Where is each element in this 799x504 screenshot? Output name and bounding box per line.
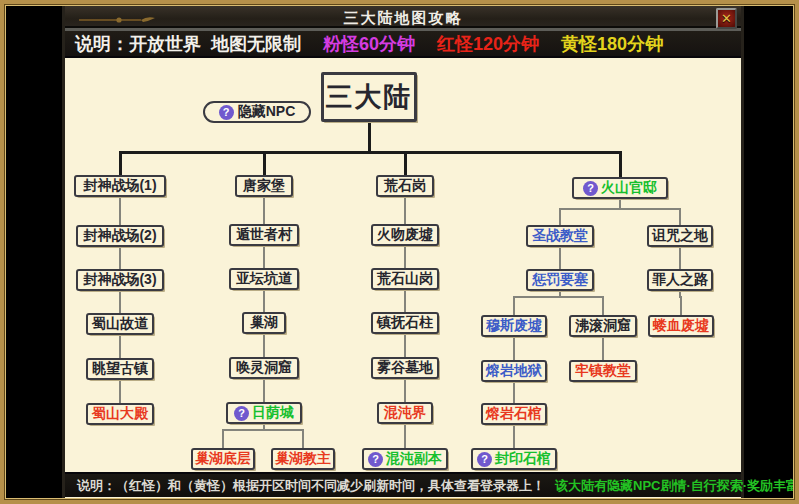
map-node-label: 圣战教堂 (532, 227, 588, 245)
map-node-label: 封印石棺 (495, 450, 551, 468)
map-node-label: 熔岩石棺 (486, 405, 542, 423)
connector-line (263, 151, 371, 154)
connector-line (680, 297, 682, 315)
connector-line (404, 379, 406, 402)
map-node-fszc3: 封神战场(3) (76, 269, 164, 291)
connector-line (559, 208, 621, 210)
map-node-chaohujiaozhu: 巢湖教主 (271, 448, 335, 470)
info-pink-monster-text: 粉怪60分钟 (323, 32, 415, 56)
map-node-label: 雾谷墓地 (377, 359, 433, 377)
map-node-fszc2: 封神战场(2) (76, 225, 164, 247)
question-icon: ? (477, 452, 492, 467)
connector-line (119, 197, 121, 225)
map-node-label: 穆斯废墟 (486, 317, 542, 335)
map-guide-window: 三大陆地图攻略 ✕ 说明：开放世界 地图无限制 粉怪60分钟 红怪120分钟 黄… (62, 4, 744, 499)
map-node-huangshishangang: 荒石山岗 (371, 268, 439, 290)
connector-line (513, 337, 515, 360)
question-icon: ? (368, 452, 383, 467)
map-node-label: 惩罚要塞 (532, 271, 588, 289)
map-node-rongyandiyu: 熔岩地狱 (481, 360, 547, 382)
map-node-shushandadian: 蜀山大殿 (86, 403, 154, 425)
connector-line (119, 152, 122, 175)
map-node-label: 遁世者村 (236, 226, 292, 244)
map-node-huowenfeixu: 火吻废墟 (371, 224, 439, 246)
connector-line (679, 247, 681, 269)
map-node-label: 蝼血废墟 (653, 317, 709, 335)
map-node-label: 唤灵洞窟 (236, 359, 292, 377)
map-tree-canvas: ? 隐藏NPC 三大陆封神战场(1)封神战场(2)封神战场(3)蜀山故道眺望古镇… (65, 58, 741, 472)
map-node-root: 三大陆 (321, 72, 417, 122)
map-node-laozhenjiaotang: 牢镇教堂 (569, 360, 637, 382)
map-node-chengfayaosai: 惩罚要塞 (526, 269, 594, 291)
map-node-label: 镇抚石柱 (377, 314, 433, 332)
info-bar: 说明：开放世界 地图无限制 粉怪60分钟 红怪120分钟 黄怪180分钟 (65, 31, 741, 58)
map-node-label: 眺望古镇 (92, 360, 148, 378)
question-icon: ? (234, 406, 249, 421)
map-node-label: 唐家堡 (243, 177, 285, 195)
map-node-label: 荒石岗 (384, 177, 426, 195)
connector-line (559, 296, 604, 298)
close-icon: ✕ (721, 11, 732, 26)
connector-line (263, 197, 265, 224)
connector-line (263, 290, 265, 312)
map-node-chaohu: 巢湖 (242, 312, 286, 334)
connector-line (368, 151, 622, 154)
map-node-zhenfushizhu: 镇抚石柱 (371, 312, 439, 334)
hidden-npc-pill: ? 隐藏NPC (203, 101, 311, 123)
connector-line (559, 247, 561, 269)
map-node-tiaowanggu: 眺望古镇 (86, 358, 154, 380)
map-node-label: 日荫城 (252, 404, 294, 422)
map-node-riyincheng: ?日荫城 (226, 402, 302, 424)
connector-line (679, 209, 681, 225)
info-red-monster-text: 红怪120分钟 (437, 32, 539, 56)
map-node-huanlingdongku: 唤灵洞窟 (229, 357, 299, 379)
connector-line (602, 297, 604, 315)
map-node-label: 罪人之路 (652, 271, 708, 289)
map-node-tangjiabao: 唐家堡 (235, 175, 293, 197)
map-node-label: 巢湖教主 (275, 450, 331, 468)
map-node-label: 巢湖 (250, 314, 278, 332)
window-title: 三大陆地图攻略 (65, 9, 741, 28)
close-button[interactable]: ✕ (716, 8, 737, 29)
info-yellow-monster-text: 黄怪180分钟 (561, 32, 663, 56)
connector-line (404, 246, 406, 268)
map-node-rongyanshiguan: 熔岩石棺 (481, 403, 547, 425)
connector-line (602, 337, 604, 360)
connector-line (119, 380, 121, 403)
map-node-musifeixu: 穆斯废墟 (481, 315, 547, 337)
connector-line (404, 152, 407, 175)
connector-line (222, 429, 265, 431)
connector-line (404, 424, 406, 448)
map-node-chaohudiceng: 巢湖底层 (191, 448, 255, 470)
map-node-yatankengdao: 亚坛坑道 (229, 268, 299, 290)
map-node-label: 三大陆 (326, 79, 413, 115)
connector-line (404, 334, 406, 357)
hidden-npc-label: 隐藏NPC (238, 103, 296, 121)
connector-line (302, 430, 304, 448)
info-open-world-text: 说明：开放世界 地图无限制 (75, 32, 301, 56)
map-node-label: 沸滚洞窟 (575, 317, 631, 335)
map-node-label: 混沌界 (384, 404, 426, 422)
map-node-shushangudao: 蜀山故道 (86, 313, 154, 335)
footer-highlight-text: 该大陆有隐藏NPC剧情·自行探索·奖励丰富 (555, 477, 799, 495)
connector-line (119, 291, 121, 313)
connector-line (619, 208, 681, 210)
connector-line (513, 382, 515, 403)
map-node-label: 封神战场(1) (83, 177, 156, 195)
map-node-label: 火山官邸 (601, 179, 657, 197)
map-node-label: 蜀山大殿 (92, 405, 148, 423)
map-node-fengyinshiguan: ?封印石棺 (471, 448, 557, 470)
title-bar: 三大陆地图攻略 ✕ (65, 4, 741, 31)
question-icon: ? (583, 181, 598, 196)
connector-line (404, 290, 406, 312)
connector-line (513, 296, 561, 298)
map-node-hundunjie: 混沌界 (377, 402, 433, 424)
map-node-hundunfuben: ?混沌副本 (362, 448, 448, 470)
question-icon: ? (219, 105, 234, 120)
map-node-label: 亚坛坑道 (236, 270, 292, 288)
map-node-label: 巢湖底层 (195, 450, 251, 468)
connector-line (513, 425, 515, 448)
connector-line (619, 152, 622, 177)
map-node-label: 火吻废墟 (377, 226, 433, 244)
map-node-label: 混沌副本 (386, 450, 442, 468)
